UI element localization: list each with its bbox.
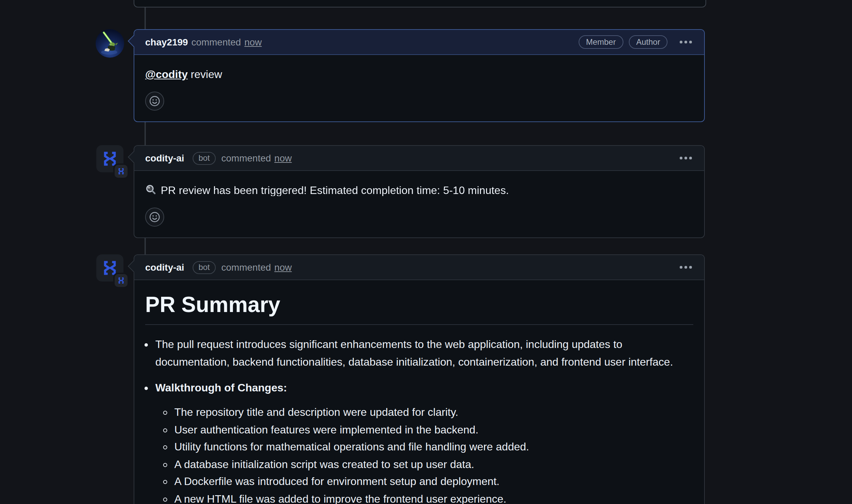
author-link[interactable]: codity-ai xyxy=(145,152,184,163)
list-item: The pull request introduces significant … xyxy=(155,336,693,371)
author-badge: Author xyxy=(629,35,668,49)
pr-summary-heading: PR Summary xyxy=(145,291,693,325)
summary-list: The pull request introduces significant … xyxy=(145,336,693,504)
comment-codity-summary-header: codity-ai bot commented now xyxy=(134,255,704,280)
comment-codity-summary-body: PR Summary The pull request introduces s… xyxy=(134,280,704,504)
bot-label-pill: bot xyxy=(192,151,216,164)
pr-conversation-page: chay2199 commented now Member Author @co… xyxy=(0,0,852,504)
codity-bot-logo-icon xyxy=(101,259,119,277)
mention-link[interactable]: @codity xyxy=(145,69,187,80)
list-item: User authentication features were implem… xyxy=(174,421,693,438)
list-item: Walkthrough of Changes: The repository t… xyxy=(155,379,693,504)
author-link[interactable]: chay2199 xyxy=(145,37,188,48)
kebab-icon xyxy=(680,266,682,268)
speech-caret xyxy=(128,151,141,163)
timestamp-link[interactable]: now xyxy=(274,262,292,273)
bot-badge-avatar xyxy=(115,165,128,178)
kebab-menu-button[interactable] xyxy=(678,154,693,162)
comment-text: review xyxy=(187,69,222,80)
speech-caret xyxy=(128,260,141,273)
list-item: The repository title and description wer… xyxy=(174,403,693,421)
list-item: Utility functions for mathematical opera… xyxy=(174,438,693,455)
previous-comment-fragment xyxy=(134,0,706,7)
comment-text: PR review has been triggered! Estimated … xyxy=(161,184,509,196)
add-reaction-button[interactable] xyxy=(145,92,164,111)
yoda-avatar-image xyxy=(96,29,124,58)
codity-bot-logo-icon xyxy=(117,167,125,175)
kebab-menu-button[interactable] xyxy=(678,38,693,46)
smiley-icon xyxy=(149,96,160,107)
walkthrough-label: Walkthrough of Changes: xyxy=(155,382,287,393)
list-item: A Dockerfile was introduced for environm… xyxy=(174,473,693,490)
timestamp-link[interactable]: now xyxy=(244,37,261,48)
avatar-codity-ai[interactable] xyxy=(96,145,124,172)
comment-chay2199: chay2199 commented now Member Author @co… xyxy=(134,29,705,122)
timestamp-link[interactable]: now xyxy=(274,152,292,163)
comment-codity-summary: codity-ai bot commented now PR Summary T… xyxy=(134,254,705,504)
codity-bot-logo-icon xyxy=(101,150,119,167)
member-badge: Member xyxy=(579,35,623,49)
action-text: commented xyxy=(221,262,271,273)
kebab-menu-button[interactable] xyxy=(678,263,693,271)
action-text: commented xyxy=(191,37,241,48)
bot-badge-avatar xyxy=(115,274,128,287)
list-item: A new HTML file was added to improve the… xyxy=(174,490,693,504)
add-reaction-button[interactable] xyxy=(145,208,164,227)
kebab-icon xyxy=(680,41,682,43)
kebab-icon xyxy=(680,157,682,159)
comment-codity-trigger: codity-ai bot commented now PR review ha… xyxy=(134,145,705,238)
walkthrough-list: The repository title and description wer… xyxy=(155,403,693,504)
magnifying-glass-icon xyxy=(145,184,157,195)
bot-label-pill: bot xyxy=(192,261,216,274)
comment-codity-trigger-body: PR review has been triggered! Estimated … xyxy=(134,171,704,237)
comment-chay2199-header: chay2199 commented now Member Author xyxy=(134,30,704,55)
comment-codity-trigger-header: codity-ai bot commented now xyxy=(134,146,704,171)
comment-chay2199-body: @codity review xyxy=(134,55,704,122)
list-item: A database initialization script was cre… xyxy=(174,456,693,473)
author-link[interactable]: codity-ai xyxy=(145,262,184,273)
action-text: commented xyxy=(221,152,271,163)
avatar-codity-ai[interactable] xyxy=(96,254,124,282)
avatar-chay2199[interactable] xyxy=(96,29,124,58)
codity-bot-logo-icon xyxy=(117,277,125,284)
smiley-icon xyxy=(149,212,160,222)
speech-caret xyxy=(128,35,141,48)
